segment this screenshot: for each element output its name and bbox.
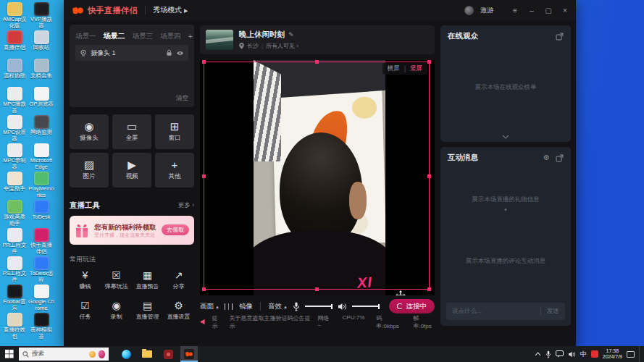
- taskbar-explorer-button[interactable]: [138, 346, 156, 362]
- play-item[interactable]: ↗ 分享: [163, 269, 194, 290]
- tab-scene-2[interactable]: 场景二: [104, 31, 125, 41]
- desktop-icon[interactable]: PS工程文件: [1, 256, 28, 285]
- source-item-camera[interactable]: 摄像头 1: [75, 45, 188, 61]
- tray-expand-icon[interactable]: [535, 352, 541, 356]
- play-item[interactable]: ¥ 赚钱: [70, 269, 101, 290]
- tab-scene-1[interactable]: 场景一: [75, 32, 96, 41]
- gear-icon[interactable]: ⚙: [543, 154, 550, 161]
- desktop-icon[interactable]: GP浏览器: [28, 87, 54, 115]
- show-desktop-button[interactable]: [639, 346, 642, 362]
- add-scene-button[interactable]: +: [188, 32, 193, 41]
- desktop-icon[interactable]: 夺宝助手: [1, 172, 28, 200]
- desktop-icon[interactable]: Google Chrome: [28, 285, 54, 313]
- claim-button[interactable]: 去领取: [162, 224, 189, 235]
- chevron-down-icon[interactable]: [502, 135, 509, 139]
- add-source-button[interactable]: ▨ 图片: [70, 153, 109, 188]
- desktop-icon[interactable]: 直播特效包: [1, 313, 28, 341]
- chat-input[interactable]: 说点什么...: [452, 307, 535, 316]
- landscape-option[interactable]: 横屏: [388, 64, 400, 73]
- eye-icon[interactable]: [176, 50, 184, 56]
- play-item[interactable]: ◉ 录制: [101, 300, 132, 321]
- desktop-icon[interactable]: 网络监测: [28, 115, 54, 143]
- desktop-icon[interactable]: MPC录制器: [1, 143, 28, 172]
- menu-button[interactable]: ≡: [510, 7, 520, 14]
- portrait-option[interactable]: 竖屏: [410, 64, 422, 73]
- desktop-icon[interactable]: 快手直播伴侣: [28, 228, 54, 256]
- source-type-icon: ▨: [84, 159, 94, 170]
- desktop-icon[interactable]: MPC播放器: [1, 87, 28, 115]
- desktop-icon[interactable]: 游戏画质助手: [1, 200, 28, 228]
- tray-security-icon[interactable]: [591, 350, 598, 358]
- send-button[interactable]: 发送: [547, 307, 559, 316]
- add-source-button[interactable]: ⊞ 窗口: [155, 114, 194, 149]
- desktop-icon[interactable]: VVP播放器: [28, 2, 54, 30]
- speaker-icon[interactable]: [338, 303, 347, 311]
- mic-volume-slider[interactable]: [305, 306, 333, 307]
- desktop-icon[interactable]: 夜神模拟器: [28, 313, 54, 341]
- desktop-icon[interactable]: ToDesk远程: [28, 256, 54, 285]
- play-item[interactable]: ⚙ 直播设置: [163, 300, 194, 321]
- taskbar-clock[interactable]: 17:38 2024/7/9: [603, 348, 622, 360]
- promo-banner[interactable]: 您有新的福利待领取 坚持开播，现金流量天天送 去领取: [70, 216, 194, 245]
- screen-dropdown-icon: ▲: [215, 305, 219, 309]
- desktop-icon[interactable]: Microsoft Edge: [28, 143, 54, 172]
- edit-title-icon[interactable]: ✎: [288, 31, 294, 38]
- tab-scene-4[interactable]: 场景四: [160, 32, 181, 41]
- desktop-icon-image: [7, 172, 22, 185]
- search-highlight-icon[interactable]: [89, 351, 96, 358]
- taskbar-search-input[interactable]: 搜索: [19, 348, 109, 361]
- screen-menu[interactable]: 画面▲: [200, 302, 219, 311]
- play-item[interactable]: ▦ 直播预告: [132, 269, 163, 290]
- notification-center-icon[interactable]: [627, 351, 635, 358]
- desktop-icon[interactable]: 远程协助: [1, 59, 28, 87]
- speaker-volume-slider[interactable]: [352, 306, 380, 307]
- start-button[interactable]: [0, 346, 19, 362]
- close-button[interactable]: ×: [560, 7, 570, 14]
- add-source-button[interactable]: ◉ 摄像头: [70, 114, 109, 149]
- desktop-icon[interactable]: ToDesk: [28, 200, 54, 228]
- minimize-button[interactable]: –: [527, 7, 537, 14]
- tray-speaker-icon[interactable]: [568, 351, 576, 358]
- panel-split-handle[interactable]: [505, 209, 507, 211]
- taskbar-app-button[interactable]: [159, 346, 177, 362]
- desktop-icon[interactable]: 直播伴侣: [1, 30, 28, 59]
- orientation-toggle[interactable]: 横屏 | 竖屏: [382, 63, 427, 75]
- add-source-button[interactable]: ▭ 全屏: [112, 114, 151, 149]
- desktop-icon[interactable]: MPC设置器: [1, 115, 28, 143]
- taskbar-kuaishou-button[interactable]: [180, 346, 198, 362]
- maximize-button[interactable]: ▢: [543, 7, 553, 14]
- taskbar-edge-button[interactable]: [117, 346, 135, 362]
- clear-sources-button[interactable]: 清空: [75, 94, 188, 103]
- lock-icon[interactable]: [166, 49, 172, 56]
- popout-icon[interactable]: [556, 154, 564, 162]
- play-item[interactable]: ▤ 直播管理: [132, 300, 163, 321]
- add-source-button[interactable]: ▶ 视频: [112, 153, 151, 188]
- desktop-icon[interactable]: PlayMemories: [28, 172, 54, 200]
- mode-selector[interactable]: 秀场模式▶: [153, 5, 188, 15]
- camera-feed[interactable]: XI: [254, 60, 385, 295]
- microphone-icon[interactable]: [293, 302, 300, 311]
- search-highlight-icon[interactable]: [99, 350, 105, 358]
- tray-mic-icon[interactable]: [545, 350, 551, 358]
- desktop-icon[interactable]: 文档合集: [28, 59, 54, 87]
- stream-title: 晚上休闲时刻: [239, 30, 285, 40]
- status-notice[interactable]: 关于恶意盗取主播验证码公告提示: [230, 314, 311, 330]
- desktop-icon[interactable]: PR工程文件: [1, 228, 28, 256]
- play-item[interactable]: ☒ 弹幕玩法: [101, 269, 132, 290]
- add-source-button[interactable]: + 其他: [155, 153, 194, 188]
- desktop-icon[interactable]: Foobar音乐: [1, 285, 28, 313]
- stream-visibility[interactable]: 所有人可见 ›: [266, 42, 298, 50]
- play-item[interactable]: ☑ 任务: [70, 300, 101, 321]
- live-tools-more-link[interactable]: 更多 ›: [178, 201, 194, 210]
- tray-chat-icon[interactable]: [556, 350, 564, 358]
- ime-indicator[interactable]: 中: [580, 350, 587, 359]
- desktop-icon[interactable]: 回收站: [28, 30, 54, 59]
- mirror-toggle[interactable]: 镜像: [239, 302, 253, 311]
- avatar[interactable]: [464, 6, 474, 15]
- popout-icon[interactable]: [556, 33, 564, 41]
- desktop-icon[interactable]: AMCap汉化版: [1, 2, 28, 30]
- sound-effect-menu[interactable]: 音效▲: [268, 302, 288, 311]
- connect-button[interactable]: 连接中: [389, 299, 435, 313]
- tab-scene-3[interactable]: 场景三: [133, 32, 154, 41]
- desktop-icon-column-2: VVP播放器 回收站 文档合集 GP浏览器 网络监测 Microsoft Edg…: [28, 2, 54, 341]
